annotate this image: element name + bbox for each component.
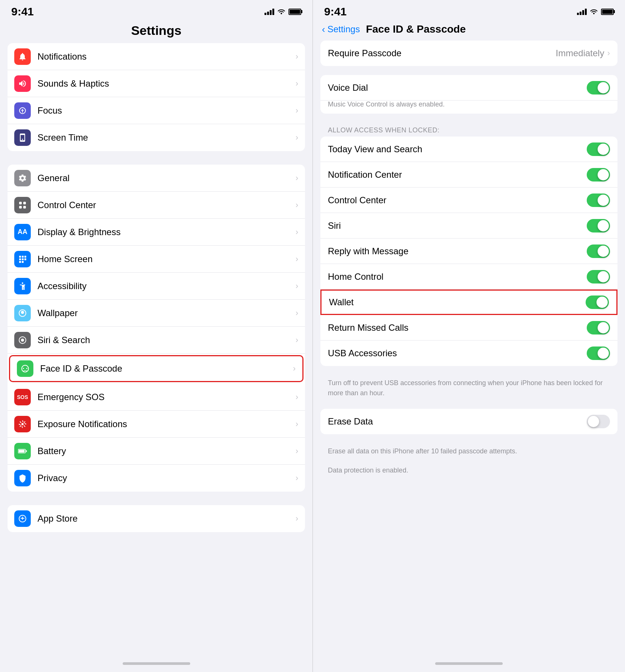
- accessibility-icon: [14, 278, 31, 294]
- left-home-indicator: [0, 658, 312, 672]
- battery-chevron: ›: [296, 446, 298, 456]
- settings-row-general[interactable]: General ›: [8, 165, 305, 192]
- exposure-chevron: ›: [296, 419, 298, 429]
- settings-row-sos[interactable]: SOS Emergency SOS ›: [8, 384, 305, 411]
- left-scroll[interactable]: Notifications › Sounds & Haptics › Focus…: [0, 43, 312, 658]
- settings-row-siri[interactable]: Siri & Search ›: [8, 327, 305, 354]
- require-passcode-group: Require Passcode Immediately ›: [320, 40, 617, 66]
- usb-accessories-toggle[interactable]: [587, 346, 610, 360]
- today-view-row[interactable]: Today View and Search: [320, 136, 617, 162]
- notification-center-row[interactable]: Notification Center: [320, 162, 617, 188]
- appstore-chevron: ›: [296, 514, 298, 524]
- general-chevron: ›: [296, 173, 298, 183]
- right-page-title: Face ID & Passcode: [366, 23, 466, 35]
- svg-rect-1: [23, 202, 26, 204]
- notification-center-toggle[interactable]: [587, 168, 610, 182]
- today-view-toggle[interactable]: [587, 142, 610, 156]
- settings-row-control-center[interactable]: Control Center ›: [8, 192, 305, 219]
- home-control-toggle[interactable]: [587, 270, 610, 284]
- homescreen-chevron: ›: [296, 254, 298, 264]
- siri-locked-toggle[interactable]: [587, 219, 610, 232]
- settings-row-battery[interactable]: Battery ›: [8, 438, 305, 465]
- wallet-toggle[interactable]: [586, 296, 609, 309]
- siri-chevron: ›: [296, 335, 298, 345]
- svg-point-16: [21, 423, 24, 425]
- settings-row-accessibility[interactable]: Accessibility ›: [8, 273, 305, 300]
- require-passcode-row[interactable]: Require Passcode Immediately ›: [320, 40, 617, 66]
- svg-rect-8: [22, 258, 24, 260]
- settings-row-privacy[interactable]: Privacy ›: [8, 465, 305, 492]
- settings-row-notifications[interactable]: Notifications ›: [8, 43, 305, 70]
- voice-dial-note: Music Voice Control is always enabled.: [320, 100, 617, 114]
- require-passcode-chevron: ›: [607, 48, 610, 58]
- siri-icon: [14, 332, 31, 348]
- wallet-row[interactable]: Wallet: [320, 290, 617, 315]
- reply-message-toggle[interactable]: [587, 244, 610, 258]
- svg-rect-7: [19, 258, 21, 260]
- battery-row-icon: [14, 443, 31, 459]
- voice-dial-toggle[interactable]: [587, 81, 610, 94]
- settings-row-faceid[interactable]: Face ID & Passcode ›: [9, 355, 303, 382]
- left-title: Settings: [131, 23, 181, 38]
- return-calls-toggle[interactable]: [587, 321, 610, 334]
- control-center-locked-row[interactable]: Control Center: [320, 188, 617, 213]
- control-center-locked-label: Control Center: [328, 195, 587, 206]
- appstore-label: App Store: [38, 513, 293, 524]
- svg-point-13: [21, 311, 24, 314]
- settings-row-exposure[interactable]: Exposure Notifications ›: [8, 411, 305, 438]
- voice-dial-label: Voice Dial: [328, 82, 587, 93]
- battery-icon: [288, 9, 301, 15]
- focus-label: Focus: [38, 105, 293, 116]
- allow-access-section-label: ALLOW ACCESS WHEN LOCKED:: [320, 123, 617, 136]
- privacy-icon: [14, 470, 31, 486]
- require-passcode-value: Immediately: [556, 48, 604, 58]
- voice-dial-row[interactable]: Voice Dial: [320, 75, 617, 100]
- control-center-label: Control Center: [38, 200, 293, 210]
- faceid-chevron: ›: [293, 364, 296, 374]
- usb-footnote: Turn off to prevent USB accessories from…: [320, 375, 617, 400]
- svg-point-12: [22, 282, 23, 284]
- svg-rect-18: [19, 450, 25, 452]
- svg-rect-9: [24, 258, 26, 260]
- today-view-label: Today View and Search: [328, 144, 587, 154]
- settings-row-display[interactable]: AA Display & Brightness ›: [8, 219, 305, 246]
- svg-rect-10: [19, 261, 21, 263]
- control-center-locked-toggle[interactable]: [587, 194, 610, 207]
- right-status-bar: 9:41: [313, 0, 625, 21]
- erase-footnote2: Data protection is enabled.: [320, 462, 617, 477]
- exposure-label: Exposure Notifications: [38, 419, 293, 429]
- left-time: 9:41: [11, 5, 34, 18]
- right-wifi-icon: [590, 8, 598, 16]
- right-time: 9:41: [324, 5, 347, 18]
- notifications-icon: [14, 48, 31, 65]
- privacy-label: Privacy: [38, 473, 293, 483]
- settings-row-wallpaper[interactable]: Wallpaper ›: [8, 300, 305, 327]
- sounds-chevron: ›: [296, 79, 298, 88]
- return-calls-row[interactable]: Return Missed Calls: [320, 315, 617, 340]
- right-nav-header: ‹ Settings Face ID & Passcode: [313, 21, 625, 40]
- erase-data-label: Erase Data: [328, 416, 587, 427]
- settings-row-homescreen[interactable]: Home Screen ›: [8, 246, 305, 273]
- back-button[interactable]: ‹ Settings: [322, 24, 360, 35]
- right-status-icons: [577, 8, 614, 16]
- erase-data-toggle[interactable]: [587, 415, 610, 428]
- sounds-label: Sounds & Haptics: [38, 78, 293, 89]
- svg-rect-11: [22, 261, 24, 263]
- settings-row-focus[interactable]: Focus ›: [8, 97, 305, 124]
- settings-row-screentime[interactable]: Screen Time ›: [8, 124, 305, 151]
- siri-locked-label: Siri: [328, 220, 587, 231]
- siri-label: Siri & Search: [38, 335, 293, 345]
- screentime-chevron: ›: [296, 133, 298, 142]
- wallpaper-icon: [14, 305, 31, 321]
- erase-data-row[interactable]: Erase Data: [320, 409, 617, 434]
- homescreen-label: Home Screen: [38, 254, 293, 264]
- usb-accessories-row[interactable]: USB Accessories: [320, 340, 617, 366]
- siri-locked-row[interactable]: Siri: [320, 213, 617, 238]
- sos-icon: SOS: [14, 389, 31, 405]
- settings-row-sounds[interactable]: Sounds & Haptics ›: [8, 70, 305, 97]
- right-signal-icon: [577, 8, 587, 15]
- right-scroll[interactable]: Require Passcode Immediately › Voice Dia…: [313, 40, 625, 658]
- home-control-row[interactable]: Home Control: [320, 264, 617, 290]
- reply-message-row[interactable]: Reply with Message: [320, 238, 617, 264]
- settings-row-appstore[interactable]: App Store ›: [8, 505, 305, 532]
